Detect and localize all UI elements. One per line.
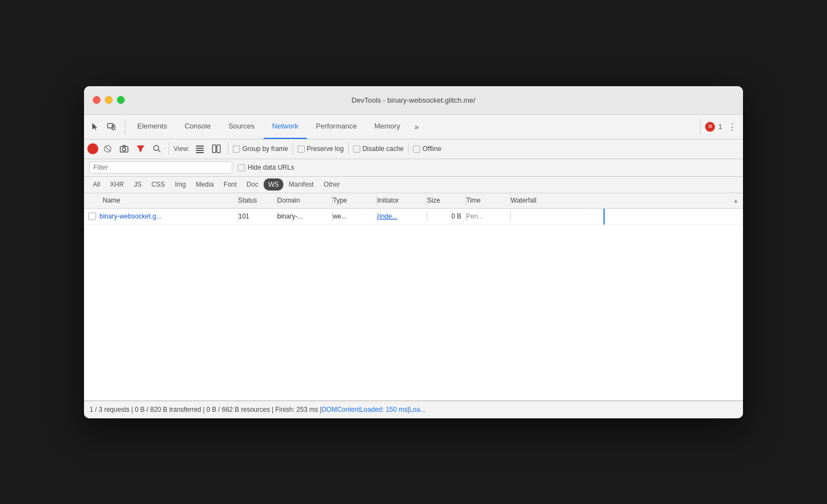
- network-table: Name Status Domain Type Initiator Size: [84, 193, 743, 401]
- hide-data-urls-checkbox[interactable]: [238, 164, 245, 171]
- type-filter-font[interactable]: Font: [219, 178, 241, 191]
- svg-rect-8: [196, 145, 204, 147]
- filter-row: Hide data URLs: [84, 159, 743, 177]
- tab-sources[interactable]: Sources: [220, 114, 264, 139]
- row-initiator-cell: (inde...: [377, 212, 427, 220]
- network-toolbar: View: Group by frame Preserve log: [84, 139, 743, 159]
- devtools-window: DevTools - binary-websocket.glitch.me/ E…: [84, 86, 743, 418]
- col-header-size[interactable]: Size: [427, 197, 466, 204]
- search-icon[interactable]: [150, 142, 164, 156]
- type-filter-ws[interactable]: WS: [264, 178, 283, 191]
- row-type-cell: we...: [333, 212, 377, 220]
- type-filter-manifest[interactable]: Manifest: [284, 178, 318, 191]
- row-waterfall-cell: [511, 209, 743, 225]
- block-icon[interactable]: [100, 142, 115, 156]
- type-filter-css[interactable]: CSS: [147, 178, 170, 191]
- waterfall-bar: [511, 209, 743, 225]
- filter-icon[interactable]: [133, 142, 148, 156]
- type-filter-xhr[interactable]: XHR: [105, 178, 128, 191]
- inspect-device-icon[interactable]: [104, 119, 119, 135]
- maximize-button[interactable]: [117, 96, 125, 104]
- tab-memory[interactable]: Memory: [366, 114, 409, 139]
- tab-console[interactable]: Console: [176, 114, 220, 139]
- minimize-button[interactable]: [105, 96, 113, 104]
- svg-line-7: [158, 150, 160, 152]
- col-header-initiator[interactable]: Initiator: [377, 197, 427, 204]
- toolbar-right: ✕ 1 ⋮: [700, 119, 740, 135]
- row-size-cell: 0 B: [427, 212, 466, 220]
- toolbar-divider-3: [293, 143, 293, 155]
- offline-label[interactable]: Offline: [413, 145, 441, 153]
- toolbar-divider-4: [348, 143, 349, 155]
- tabs-area: Elements Console Sources Network Perform…: [128, 115, 700, 139]
- svg-line-3: [105, 146, 110, 152]
- error-count: 1: [718, 123, 722, 131]
- window-title: DevTools - binary-websocket.glitch.me/: [351, 96, 475, 104]
- svg-rect-13: [217, 145, 220, 153]
- preserve-log-label[interactable]: Preserve log: [298, 145, 344, 153]
- type-filter-media[interactable]: Media: [191, 178, 218, 191]
- type-filter-js[interactable]: JS: [130, 178, 146, 191]
- traffic-lights: [93, 96, 125, 104]
- toolbar-left-icons: [87, 119, 125, 135]
- cursor-icon[interactable]: [87, 119, 103, 135]
- toolbar-divider-2: [228, 143, 228, 155]
- sort-arrow-icon: ▲: [733, 198, 739, 204]
- close-button[interactable]: [93, 96, 100, 104]
- row-initiator-link[interactable]: (inde...: [377, 212, 398, 220]
- table-row[interactable]: binary-websocket.g... 101 binary-... we.…: [84, 209, 743, 225]
- group-by-frame-label[interactable]: Group by frame: [233, 145, 288, 153]
- filter-input[interactable]: [93, 164, 228, 171]
- record-button[interactable]: [87, 143, 98, 154]
- type-filter-doc[interactable]: Doc: [242, 178, 262, 191]
- col-header-domain[interactable]: Domain: [277, 197, 332, 204]
- col-header-type[interactable]: Type: [333, 197, 377, 204]
- row-name-cell: binary-websocket.g...: [84, 212, 238, 220]
- camera-icon[interactable]: [117, 142, 131, 156]
- row-time-cell: Pen...: [466, 212, 510, 220]
- type-filter-row: All XHR JS CSS Img Media Font Doc WS Man…: [84, 177, 743, 193]
- title-bar: DevTools - binary-websocket.glitch.me/: [84, 86, 743, 115]
- load-link[interactable]: Loa...: [409, 406, 426, 413]
- split-view-icon[interactable]: [209, 142, 223, 156]
- tab-performance[interactable]: Performance: [307, 114, 365, 139]
- disable-cache-checkbox[interactable]: [353, 145, 360, 153]
- offline-checkbox[interactable]: [413, 145, 420, 153]
- svg-point-6: [154, 145, 159, 150]
- col-header-name[interactable]: Name: [84, 197, 238, 204]
- hide-data-urls-label[interactable]: Hide data URLs: [238, 164, 294, 171]
- col-header-time[interactable]: Time: [466, 197, 510, 204]
- toolbar-divider-1: [169, 143, 169, 155]
- row-name-text: binary-websocket.g...: [99, 212, 161, 220]
- svg-rect-12: [213, 145, 216, 153]
- view-label: View:: [174, 145, 189, 153]
- group-by-frame-checkbox[interactable]: [233, 145, 240, 153]
- waterfall-line: [604, 209, 605, 225]
- svg-rect-9: [196, 148, 204, 149]
- list-view-icon[interactable]: [193, 142, 207, 156]
- error-badge: ✕: [705, 122, 715, 132]
- disable-cache-label[interactable]: Disable cache: [353, 145, 404, 153]
- table-empty-area: [84, 225, 743, 401]
- col-header-status[interactable]: Status: [238, 197, 277, 204]
- tab-overflow-button[interactable]: »: [409, 119, 424, 135]
- more-options-button[interactable]: ⋮: [724, 119, 740, 135]
- main-toolbar: Elements Console Sources Network Perform…: [84, 115, 743, 139]
- filter-input-wrap: [90, 161, 232, 173]
- table-header: Name Status Domain Type Initiator Size: [84, 193, 743, 209]
- tab-network[interactable]: Network: [264, 114, 308, 139]
- preserve-log-checkbox[interactable]: [298, 145, 305, 153]
- type-filter-img[interactable]: Img: [170, 178, 190, 191]
- svg-rect-10: [196, 150, 204, 151]
- row-checkbox[interactable]: [88, 212, 96, 220]
- col-header-waterfall[interactable]: Waterfall ▲: [511, 197, 743, 204]
- dom-content-loaded-link[interactable]: DOMContentLoaded: 150 ms: [322, 406, 407, 413]
- toolbar-divider-5: [408, 143, 409, 155]
- row-status-cell: 101: [238, 212, 277, 220]
- type-filter-all[interactable]: All: [88, 178, 104, 191]
- status-text: 1 / 3 requests | 0 B / 820 B transferred…: [90, 406, 322, 413]
- status-bar: 1 / 3 requests | 0 B / 820 B transferred…: [84, 401, 743, 418]
- row-domain-cell: binary-...: [277, 212, 332, 220]
- type-filter-other[interactable]: Other: [319, 178, 344, 191]
- tab-elements[interactable]: Elements: [128, 114, 176, 139]
